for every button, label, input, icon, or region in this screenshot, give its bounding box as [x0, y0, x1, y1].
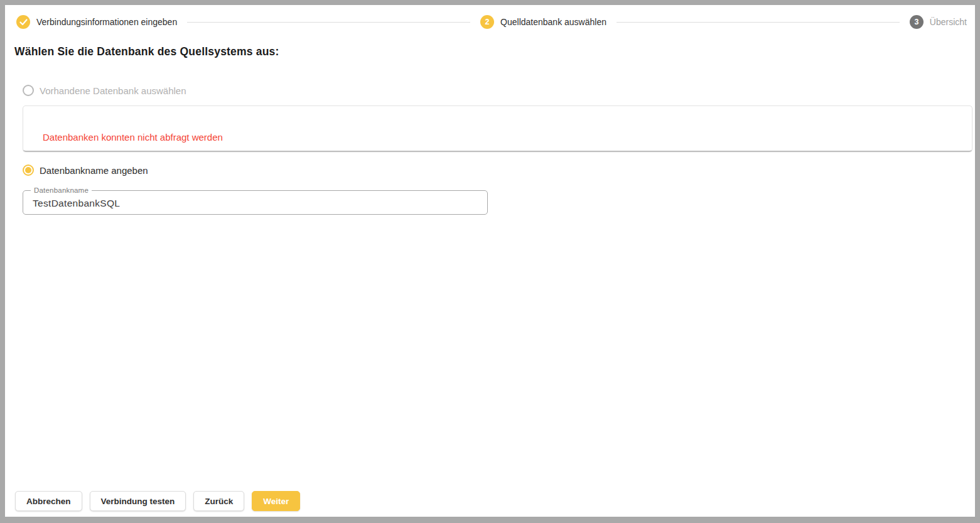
- radio-dot: [25, 167, 31, 173]
- step-1-verbindungsinformationen[interactable]: Verbindungsinformationen eingeben: [16, 15, 177, 29]
- step-3-circle: 3: [910, 15, 923, 29]
- step-3-label: Übersicht: [930, 17, 967, 27]
- step-2-label: Quelldatenbank auswählen: [500, 17, 606, 27]
- database-name-field: Datenbankname: [23, 190, 488, 215]
- step-connector: [187, 22, 470, 23]
- radio-database-name-label: Datenbankname angeben: [40, 165, 148, 176]
- step-1-circle: [16, 15, 30, 29]
- database-list-panel: Datenbanken konnten nicht abfragt werden: [23, 105, 972, 152]
- radio-database-name[interactable]: Datenbankname angeben: [23, 164, 975, 176]
- database-name-field-label: Datenbankname: [31, 186, 92, 194]
- radio-existing-database-label: Vorhandene Datenbank auswählen: [40, 85, 186, 96]
- stepper: Verbindungsinformationen eingeben 2 Quel…: [5, 5, 975, 29]
- next-button[interactable]: Weiter: [252, 491, 300, 511]
- step-1-label: Verbindungsinformationen eingeben: [36, 17, 177, 27]
- step-connector: [617, 22, 900, 23]
- step-3-uebersicht[interactable]: 3 Übersicht: [910, 15, 967, 29]
- radio-existing-database[interactable]: Vorhandene Datenbank auswählen: [23, 85, 975, 96]
- cancel-button[interactable]: Abbrechen: [15, 491, 82, 511]
- footer-actions: Abbrechen Verbindung testen Zurück Weite…: [5, 491, 975, 517]
- check-icon: [19, 19, 28, 26]
- database-name-input[interactable]: [23, 191, 487, 214]
- page-title: Wählen Sie die Datenbank des Quellsystem…: [14, 45, 975, 58]
- back-button[interactable]: Zurück: [193, 491, 244, 511]
- radio-checked-icon: [23, 164, 34, 176]
- error-message: Datenbanken konnten nicht abfragt werden: [43, 132, 223, 143]
- test-connection-button[interactable]: Verbindung testen: [90, 491, 186, 511]
- step-2-quelldatenbank[interactable]: 2 Quelldatenbank auswählen: [480, 15, 606, 29]
- main-content: Wählen Sie die Datenbank des Quellsystem…: [5, 29, 975, 491]
- radio-unchecked-icon: [23, 85, 34, 96]
- step-2-circle: 2: [480, 15, 494, 29]
- wizard-window: Verbindungsinformationen eingeben 2 Quel…: [5, 5, 975, 517]
